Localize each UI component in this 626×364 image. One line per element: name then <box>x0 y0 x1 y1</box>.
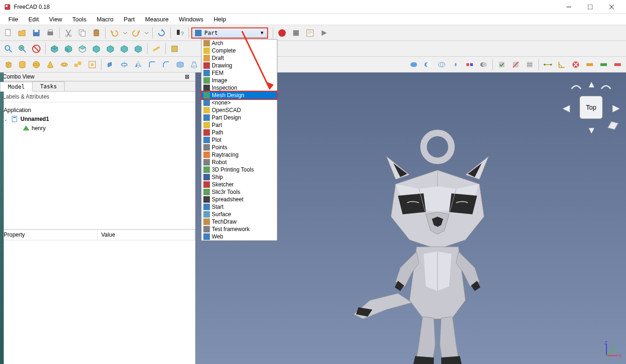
maximize-button[interactable] <box>579 0 601 14</box>
check-geometry-button[interactable] <box>495 58 508 71</box>
join-connect-button[interactable] <box>463 58 476 71</box>
open-file-button[interactable] <box>16 26 29 40</box>
wb-item-fem[interactable]: FEM <box>202 69 277 77</box>
part-cone-button[interactable] <box>44 58 57 71</box>
wb-item-start[interactable]: Start <box>202 203 277 211</box>
right-view-button[interactable] <box>90 42 103 55</box>
wb-item-image[interactable]: Image <box>202 77 277 84</box>
wb-item-mesh-design[interactable]: Mesh Design <box>201 91 278 100</box>
boolean-union-button[interactable] <box>435 58 448 71</box>
wb-item-plot[interactable]: Plot <box>202 136 277 144</box>
part-box-button[interactable] <box>2 58 15 71</box>
menu-part[interactable]: Part <box>119 14 140 24</box>
nav-rotate-ccw-icon[interactable] <box>569 82 583 91</box>
cut-button[interactable] <box>62 26 75 40</box>
redo-dropdown-button[interactable] <box>143 26 150 40</box>
execute-macro-button[interactable] <box>317 26 330 40</box>
part-tool-button[interactable] <box>168 42 181 55</box>
part-torus-button[interactable] <box>58 58 71 71</box>
wb-item-web[interactable]: Web <box>202 233 277 240</box>
workbench-selector[interactable]: Part ▼ <box>191 27 268 39</box>
boolean-cut-button[interactable] <box>421 58 434 71</box>
whats-this-button[interactable]: ? <box>173 26 186 40</box>
copy-button[interactable] <box>76 26 89 40</box>
stop-macro-button[interactable] <box>289 26 303 40</box>
undo-dropdown-button[interactable] <box>122 26 128 40</box>
wb-item-points[interactable]: Points <box>202 144 277 151</box>
wb-item-3d-printing[interactable]: 3D Printing Tools <box>202 166 277 173</box>
menu-windows[interactable]: Windows <box>174 14 208 24</box>
boolean-common-button[interactable] <box>449 58 462 71</box>
part-loft-button[interactable] <box>188 58 201 71</box>
close-button[interactable] <box>601 0 622 14</box>
refresh-button[interactable] <box>155 26 168 40</box>
tree-document[interactable]: ⌄ Unnamed1 <box>4 114 191 124</box>
part-cylinder-button[interactable] <box>16 58 29 71</box>
part-chamfer-button[interactable] <box>160 58 173 71</box>
measure-toggle-3d-button[interactable] <box>597 58 610 71</box>
bottom-view-button[interactable] <box>118 42 131 55</box>
wb-item-arch[interactable]: Arch <box>202 40 277 47</box>
wb-item-openscad[interactable]: OpenSCAD <box>202 106 277 114</box>
nav-arrow-left[interactable]: ◀ <box>563 102 570 113</box>
part-primitives-button[interactable] <box>72 58 85 71</box>
part-revolve-button[interactable] <box>118 58 131 71</box>
property-column-header[interactable]: Property <box>0 230 98 240</box>
join-embed-button[interactable] <box>477 58 490 71</box>
wb-item-slic3r[interactable]: Slic3r Tools <box>202 188 277 196</box>
wb-item-ship[interactable]: Ship <box>202 173 277 181</box>
wb-item-raytracing[interactable]: Raytracing <box>202 151 277 159</box>
menu-help[interactable]: Help <box>209 14 231 24</box>
navigation-cube[interactable]: ▲ ▼ ◀ ▶ Top <box>561 77 621 138</box>
wb-item-sketcher[interactable]: Sketcher <box>202 181 277 188</box>
wb-item-none[interactable]: <none> <box>202 99 277 106</box>
undo-button[interactable] <box>108 26 121 40</box>
wb-item-test[interactable]: Test framework <box>202 225 277 233</box>
tree-root-application[interactable]: Application <box>4 106 191 114</box>
workbench-dropdown[interactable]: Arch Complete Draft Drawing FEM Image In… <box>201 39 277 241</box>
print-button[interactable] <box>44 26 57 40</box>
left-view-button[interactable] <box>132 42 145 55</box>
boolean-button-1[interactable] <box>407 58 420 71</box>
nav-cube-face-top[interactable]: Top <box>579 96 603 119</box>
wb-item-part[interactable]: Part <box>202 121 277 129</box>
wb-item-drawing[interactable]: Drawing <box>202 62 277 69</box>
redo-button[interactable] <box>129 26 142 40</box>
part-mirror-button[interactable] <box>132 58 145 71</box>
tab-tasks[interactable]: Tasks <box>32 81 65 91</box>
nav-arrow-down[interactable]: ▼ <box>587 125 596 136</box>
measure-linear-button[interactable] <box>541 58 554 71</box>
macros-button[interactable] <box>303 26 316 40</box>
measure-angular-button[interactable] <box>555 58 568 71</box>
tree-item[interactable]: henry <box>4 124 191 133</box>
value-column-header[interactable]: Value <box>98 230 195 240</box>
menu-view[interactable]: View <box>44 14 67 24</box>
paste-button[interactable] <box>90 26 103 40</box>
save-button[interactable] <box>30 26 43 40</box>
draw-style-button[interactable] <box>30 42 43 55</box>
model-tree[interactable]: Application ⌄ Unnamed1 henry <box>0 102 195 229</box>
part-fillet-button[interactable] <box>146 58 159 71</box>
new-file-button[interactable] <box>2 26 15 40</box>
wb-item-part-design[interactable]: Part Design <box>202 114 277 121</box>
measure-distance-button[interactable] <box>150 42 163 55</box>
wb-item-draft[interactable]: Draft <box>202 54 277 62</box>
measure-toggle-button[interactable] <box>583 58 596 71</box>
measure-clear-button[interactable] <box>569 58 582 71</box>
menu-tools[interactable]: Tools <box>67 14 91 24</box>
zoom-selection-button[interactable] <box>16 42 29 55</box>
wb-item-path[interactable]: Path <box>202 129 277 136</box>
menu-macro[interactable]: Macro <box>92 14 118 24</box>
wb-item-spreadsheet[interactable]: Spreadsheet <box>202 196 277 203</box>
part-sphere-button[interactable] <box>30 58 43 71</box>
part-extrude-button[interactable] <box>104 58 117 71</box>
tab-model[interactable]: Model <box>0 82 33 92</box>
tree-expand-icon[interactable]: ⌄ <box>4 117 9 122</box>
measure-toggle-delta-button[interactable] <box>611 58 624 71</box>
zoom-fit-button[interactable] <box>2 42 15 55</box>
top-view-button[interactable] <box>76 42 89 55</box>
nav-arrow-up[interactable]: ▲ <box>587 79 596 90</box>
wb-item-robot[interactable]: Robot <box>202 159 277 166</box>
minimize-button[interactable] <box>558 0 579 14</box>
menu-edit[interactable]: Edit <box>24 14 43 24</box>
